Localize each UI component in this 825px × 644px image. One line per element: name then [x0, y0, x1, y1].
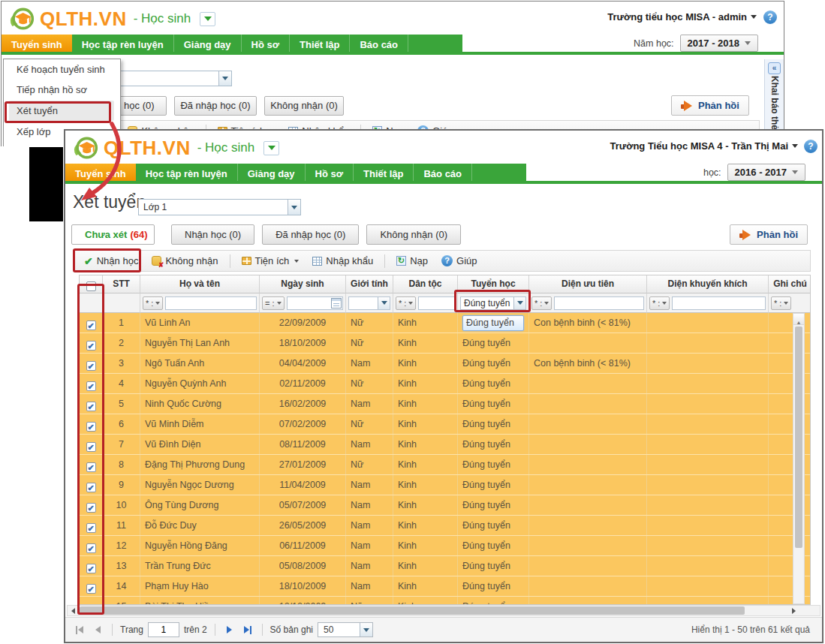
dob-filter-input[interactable]: [287, 296, 343, 310]
gender-filter-select[interactable]: [348, 296, 390, 310]
table-row[interactable]: 6Vũ Minh Diễm07/02/2009NữKinhĐúng tuyển: [80, 414, 810, 435]
combobox-arrow-button[interactable]: [288, 200, 300, 215]
menu-tab-4[interactable]: Thiết lập: [354, 164, 414, 181]
menu-tab-3[interactable]: Hồ sơ: [306, 164, 354, 181]
row-checkbox[interactable]: [86, 584, 96, 594]
tuyen-hoc-filter-select[interactable]: Đúng tuyển: [460, 296, 526, 310]
tab-khong-nhan[interactable]: Không nhận (0): [366, 224, 461, 245]
header-dien-uu-tien[interactable]: Diện ưu tiên: [529, 275, 647, 293]
cell-tuyen-hoc[interactable]: Đúng tuyển: [458, 354, 529, 373]
toolbar-button-1[interactable]: Không nhận: [145, 251, 224, 271]
toolbar-button-5[interactable]: Giúp: [435, 251, 483, 271]
row-checkbox[interactable]: [86, 523, 96, 533]
header-tuyen-hoc[interactable]: Tuyển học: [458, 275, 529, 293]
horizontal-scrollbar[interactable]: [67, 605, 820, 616]
help-icon[interactable]: ?: [763, 11, 777, 24]
cell-tuyen-hoc[interactable]: Đúng tuyển: [458, 475, 529, 495]
table-row[interactable]: 14Phạm Huy Hào18/10/2009NamKinhĐúng tuyể…: [80, 576, 810, 597]
tuyen-hoc-focused-combobox[interactable]: Đúng tuyển: [462, 315, 524, 331]
header-dan-toc[interactable]: Dân tộc: [393, 275, 458, 293]
cell-tuyen-hoc[interactable]: Đúng tuyển: [458, 597, 529, 604]
cell-tuyen-hoc[interactable]: Đúng tuyển: [458, 333, 529, 353]
table-row[interactable]: 5Ninh Quốc Cường16/02/2009NamKinhĐúng tu…: [80, 394, 810, 414]
tab-chua-xet[interactable]: Chưa xét(64): [71, 224, 155, 245]
uutien-filter-input[interactable]: [554, 296, 644, 310]
table-row[interactable]: 13Trần Trung Đức05/08/2009NamKinhĐúng tu…: [80, 556, 810, 576]
row-checkbox[interactable]: [86, 381, 96, 391]
menu-tab-4[interactable]: Thiết lập: [290, 35, 350, 52]
row-checkbox[interactable]: [86, 483, 96, 492]
table-row[interactable]: 4Nguyễn Quỳnh Anh02/11/2009NữKinhĐúng tu…: [80, 374, 810, 394]
menu-item-ke-hoach-tuyen-sinh[interactable]: Kế hoạch tuyển sinh: [4, 59, 120, 80]
menu-tab-2[interactable]: Giảng dạy: [238, 164, 306, 181]
table-row[interactable]: 15Bùi Thị Thu Hiền12/12/2009NữKinhĐúng t…: [80, 597, 810, 604]
row-checkbox[interactable]: [86, 402, 96, 411]
header-stt[interactable]: STT: [103, 275, 140, 293]
table-row[interactable]: 12Nguyễn Hồng Đăng06/11/2009NamKinhĐúng …: [80, 536, 810, 556]
table-row[interactable]: 2Nguyễn Thị Lan Anh18/10/2009NữKinhĐúng …: [80, 333, 810, 354]
menu-tab-5[interactable]: Báo cáo: [350, 35, 408, 52]
menu-item-xet-tuyen[interactable]: Xét tuyển: [9, 101, 114, 121]
filter-operator-button[interactable]: * :: [531, 296, 552, 310]
module-dropdown-button[interactable]: [200, 12, 215, 26]
cell-tuyen-hoc[interactable]: Đúng tuyển: [458, 536, 529, 555]
row-checkbox[interactable]: [86, 341, 96, 351]
side-panel-label[interactable]: Khai báo thẻ: [769, 76, 780, 130]
cell-tuyen-hoc[interactable]: Đúng tuyển: [458, 576, 529, 596]
row-checkbox[interactable]: [86, 564, 96, 573]
filter-operator-button[interactable]: = :: [262, 296, 285, 310]
menu-tab-2[interactable]: Giảng dạy: [174, 35, 242, 52]
next-page-button[interactable]: [223, 623, 236, 636]
cell-tuyen-hoc[interactable]: Đúng tuyển: [458, 435, 529, 454]
page-size-select[interactable]: 50: [318, 622, 373, 637]
vertical-scroll-thumb[interactable]: [795, 327, 802, 548]
collapse-panel-icon[interactable]: «: [768, 62, 781, 74]
class-combobox[interactable]: Lớp 1: [138, 199, 301, 215]
combobox-arrow-button[interactable]: [378, 297, 390, 309]
fg-feedback-button[interactable]: Phản hồi: [730, 224, 808, 245]
row-checkbox[interactable]: [86, 462, 96, 472]
filter-operator-button[interactable]: * :: [771, 296, 791, 310]
prev-page-button[interactable]: [91, 623, 104, 636]
row-checkbox[interactable]: [86, 442, 96, 452]
combobox-arrow-button[interactable]: [218, 71, 231, 86]
toolbar-button-2[interactable]: Tiện ích: [235, 251, 306, 271]
filter-operator-button[interactable]: * :: [649, 296, 670, 310]
bg-tab-da-nhap-hoc[interactable]: Đã nhập học (0): [174, 96, 257, 116]
scroll-right-icon[interactable]: [788, 606, 799, 615]
filter-operator-button[interactable]: * :: [143, 296, 163, 310]
bg-feedback-button[interactable]: Phản hồi: [671, 95, 749, 116]
cell-tuyen-hoc[interactable]: Đúng tuyển: [458, 556, 529, 576]
row-checkbox[interactable]: [86, 361, 96, 371]
menu-tab-1[interactable]: Học tập rèn luyện: [136, 164, 238, 181]
vertical-scrollbar[interactable]: [793, 313, 805, 604]
combobox-arrow-button[interactable]: [513, 297, 525, 309]
scroll-left-icon[interactable]: [68, 606, 79, 615]
cell-tuyen-hoc[interactable]: Đúng tuyển: [458, 374, 529, 393]
toolbar-button-0[interactable]: Nhận học: [77, 251, 145, 271]
menu-tab-1[interactable]: Học tập rèn luyện: [72, 35, 174, 52]
name-filter-input[interactable]: [165, 296, 257, 310]
header-gioi-tinh[interactable]: Giới tính: [346, 275, 393, 293]
table-row[interactable]: 3Ngô Tuấn Anh04/04/2009NamKinhĐúng tuyển…: [80, 354, 810, 374]
row-checkbox[interactable]: [86, 320, 96, 330]
table-row[interactable]: 10Ông Tùng Dương05/07/2009NamKinhĐúng tu…: [80, 495, 810, 516]
kk-filter-input[interactable]: [672, 296, 766, 310]
tab-da-nhap-hoc[interactable]: Đã nhập học (0): [262, 224, 359, 245]
menu-tab-3[interactable]: Hồ sơ: [242, 35, 290, 52]
row-checkbox[interactable]: [86, 543, 96, 553]
bg-account-menu[interactable]: Trường tiểu học MISA - admin: [607, 11, 757, 23]
menu-item-tiep-nhan-ho-so[interactable]: Tiếp nhận hồ sơ: [4, 80, 120, 100]
first-page-button[interactable]: [73, 623, 86, 636]
toolbar-button-3[interactable]: Nhập khẩu: [306, 251, 380, 271]
header-ngay-sinh[interactable]: Ngày sinh: [260, 275, 346, 293]
cell-tuyen-hoc[interactable]: Đúng tuyển: [458, 495, 529, 515]
row-checkbox[interactable]: [86, 503, 96, 513]
header-ho-va-ten[interactable]: Họ và tên: [140, 275, 260, 293]
select-all-checkbox[interactable]: [86, 281, 96, 291]
menu-tab-5[interactable]: Báo cáo: [414, 164, 472, 181]
year-dropdown-button[interactable]: 2016 - 2017: [727, 164, 805, 181]
cell-tuyen-hoc[interactable]: Đúng tuyển: [458, 455, 529, 474]
cell-tuyen-hoc[interactable]: Đúng tuyển: [458, 313, 529, 333]
filter-operator-button[interactable]: * :: [396, 296, 416, 310]
